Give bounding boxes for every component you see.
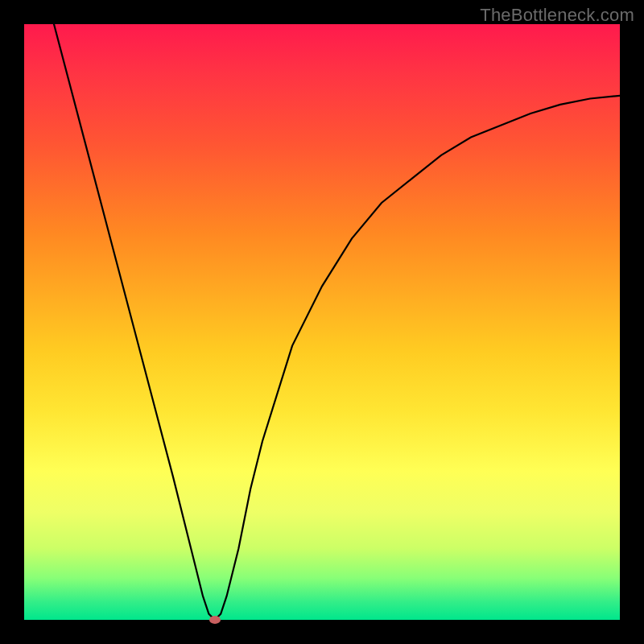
plot-area — [24, 24, 620, 620]
curve-min-marker — [209, 616, 221, 624]
chart-frame: TheBottleneck.com — [0, 0, 644, 644]
watermark-text: TheBottleneck.com — [480, 5, 634, 26]
curve-svg — [24, 24, 620, 620]
bottleneck-curve — [54, 24, 620, 620]
